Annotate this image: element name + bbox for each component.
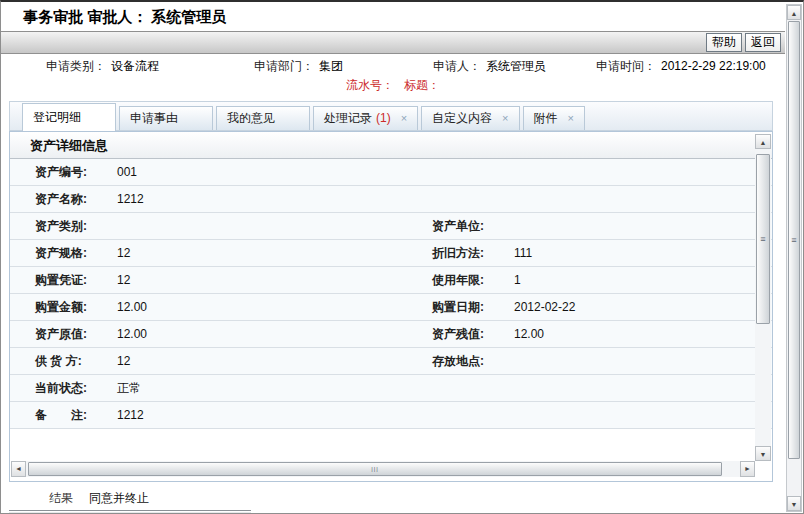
scroll-left-icon[interactable]: ◄ xyxy=(11,461,26,477)
toolbar: 帮助 返回 xyxy=(1,31,785,54)
field-value: 12 xyxy=(117,348,130,374)
scroll-right-icon[interactable]: ► xyxy=(740,461,755,477)
close-icon[interactable]: × xyxy=(568,112,574,124)
table-row: 资产名称:1212 xyxy=(10,186,772,213)
field-value: 12.00 xyxy=(117,294,147,320)
field-value: 2012-2-29 22:19:00 xyxy=(661,59,766,73)
result-label: 结果 xyxy=(49,490,73,507)
result-value: 同意并终止 xyxy=(89,490,149,507)
close-icon[interactable]: × xyxy=(401,112,407,124)
tab-strip: 登记明细 申请事由 我的意见 处理记录(1)× 自定义内容× 附件× xyxy=(9,101,773,131)
approval-window: 事务审批 审批人： 系统管理员 帮助 返回 申请类别：设备流程 申请部门：集团 … xyxy=(0,0,804,514)
field-label: 存放地点: xyxy=(432,348,484,374)
field-value: 系统管理员 xyxy=(486,59,546,73)
table-row: 资产规格:12 折旧方法:111 xyxy=(10,240,772,267)
applicant-field: 申请人：系统管理员 xyxy=(433,58,546,75)
tab-label: 处理记录 xyxy=(324,111,372,125)
back-button[interactable]: 返回 xyxy=(745,33,781,52)
vertical-scroll-thumb[interactable]: ≡ xyxy=(788,21,800,459)
panel-vertical-scrollbar[interactable]: ▲ ≡ ▼ xyxy=(755,134,771,461)
page-vertical-scrollbar[interactable]: ▲ ≡ ▼ xyxy=(786,4,802,512)
record-count-badge: (1) xyxy=(376,111,391,125)
section-title: 资产详细信息 xyxy=(10,132,772,159)
scroll-up-icon[interactable]: ▲ xyxy=(787,5,801,20)
field-value: 111 xyxy=(514,240,532,266)
field-label: 申请人： xyxy=(433,59,481,73)
field-label: 资产规格: xyxy=(35,240,87,266)
field-value: 设备流程 xyxy=(111,59,159,73)
scroll-down-icon[interactable]: ▼ xyxy=(787,496,801,511)
tab-label: 我的意见 xyxy=(227,111,275,125)
field-value: 1212 xyxy=(117,402,144,428)
tab-application-reason[interactable]: 申请事由 xyxy=(119,106,213,130)
field-label: 申请部门： xyxy=(254,59,314,73)
field-label: 申请类别： xyxy=(46,59,106,73)
field-label: 资产原值: xyxy=(35,321,87,347)
table-row: 供 货 方:12 存放地点: xyxy=(10,348,772,375)
field-label: 当前状态: xyxy=(35,375,87,401)
field-label: 资产单位: xyxy=(432,213,484,239)
tab-label: 自定义内容 xyxy=(432,111,492,125)
table-row: 购置凭证:12 使用年限:1 xyxy=(10,267,772,294)
field-value: 12.00 xyxy=(117,321,147,347)
field-value: 1212 xyxy=(117,186,144,212)
tab-label: 申请事由 xyxy=(130,111,178,125)
table-row: 当前状态:正常 xyxy=(10,375,772,402)
tab-label: 附件 xyxy=(534,111,558,125)
vertical-scroll-thumb[interactable]: ≡ xyxy=(756,154,770,324)
field-value: 12 xyxy=(117,240,130,266)
table-row: 备 注:1212 xyxy=(10,402,772,429)
tab-custom-content[interactable]: 自定义内容× xyxy=(421,106,519,130)
panel-horizontal-scrollbar[interactable]: ◄ ||| ► xyxy=(11,461,755,477)
field-value: 2012-02-22 xyxy=(514,294,575,320)
field-label: 资产类别: xyxy=(35,213,87,239)
help-button[interactable]: 帮助 xyxy=(706,33,742,52)
field-label: 资产名称: xyxy=(35,186,87,212)
request-type-field: 申请类别：设备流程 xyxy=(46,58,159,75)
field-label: 资产编号: xyxy=(35,159,87,185)
field-label: 供 货 方: xyxy=(35,348,82,374)
page-title: 事务审批 审批人： 系统管理员 xyxy=(1,2,785,31)
title-label: 标题： xyxy=(404,77,440,94)
field-value: 集团 xyxy=(319,59,343,73)
tab-process-records[interactable]: 处理记录(1)× xyxy=(313,106,418,130)
horizontal-scroll-thumb[interactable]: ||| xyxy=(28,462,722,476)
serial-title-row: 流水号： 标题： xyxy=(1,77,785,94)
field-label: 折旧方法: xyxy=(432,240,484,266)
field-label: 备 注: xyxy=(35,402,87,428)
tab-label: 登记明细 xyxy=(33,110,81,124)
field-label: 购置凭证: xyxy=(35,267,87,293)
table-row: 资产原值:12.00 资产残值:12.00 xyxy=(10,321,772,348)
field-label: 使用年限: xyxy=(432,267,484,293)
tab-registration-detail[interactable]: 登记明细 xyxy=(22,103,116,131)
field-label: 申请时间： xyxy=(596,59,656,73)
field-value: 001 xyxy=(117,159,137,185)
field-label: 购置日期: xyxy=(432,294,484,320)
table-row: 资产编号:001 xyxy=(10,159,772,186)
request-time-field: 申请时间：2012-2-29 22:19:00 xyxy=(596,58,766,75)
cutoff-section-divider xyxy=(9,510,251,513)
asset-detail-panel: 资产详细信息 资产编号:001 资产名称:1212 资产类别: 资产单位: 资产… xyxy=(9,131,773,482)
result-row: 结果 同意并终止 xyxy=(49,490,149,507)
field-label: 购置金额: xyxy=(35,294,87,320)
field-label: 资产残值: xyxy=(432,321,484,347)
serial-number-label: 流水号： xyxy=(346,77,394,94)
scroll-up-icon[interactable]: ▲ xyxy=(755,134,771,149)
table-row: 购置金额:12.00 购置日期:2012-02-22 xyxy=(10,294,772,321)
field-value: 12 xyxy=(117,267,130,293)
table-row: 资产类别: 资产单位: xyxy=(10,213,772,240)
request-department-field: 申请部门：集团 xyxy=(254,58,343,75)
field-value: 12.00 xyxy=(514,321,544,347)
tab-attachments[interactable]: 附件× xyxy=(523,106,585,130)
request-info-row: 申请类别：设备流程 申请部门：集团 申请人：系统管理员 申请时间：2012-2-… xyxy=(1,58,785,75)
close-icon[interactable]: × xyxy=(502,112,508,124)
scroll-down-icon[interactable]: ▼ xyxy=(755,446,771,461)
tab-my-opinion[interactable]: 我的意见 xyxy=(216,106,310,130)
field-value: 1 xyxy=(514,267,521,293)
field-value: 正常 xyxy=(117,375,141,401)
